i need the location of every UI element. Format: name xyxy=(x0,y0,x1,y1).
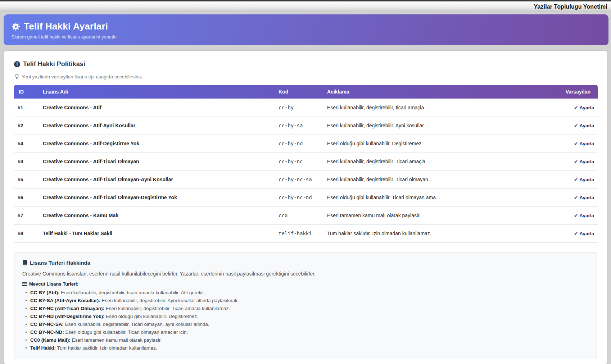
license-term: CC0 (Kamu Mali): xyxy=(30,337,71,343)
row-id: #3 xyxy=(14,153,39,170)
list-item: CC BY-NC-ND: Eseri oldugu gibi kullanabi… xyxy=(25,329,589,335)
row-id: #4 xyxy=(14,135,39,153)
gear-icon xyxy=(12,22,20,31)
top-navbar: Yazilar Toplulugu Yonetimi xyxy=(0,1,611,12)
row-name: Creative Commons - Atif-Ticari Olmayan-A… xyxy=(39,170,275,188)
set-default-label: Ayarla xyxy=(579,141,594,146)
license-table: ID Lisans Adi Kod Aciklama Varsayilan #1… xyxy=(14,85,598,243)
table-row: #3 Creative Commons - Atif-Ticari Olmaya… xyxy=(14,153,598,170)
row-code: telif-hakki xyxy=(275,224,323,242)
list-item: Telif Hakki: Tum haklar saklidir. Izin o… xyxy=(25,345,589,351)
info-icon: i xyxy=(14,61,20,67)
set-default-label: Ayarla xyxy=(579,159,594,164)
license-term: CC BY-NC-SA: xyxy=(30,322,64,327)
row-name: Creative Commons - Atif-Ticari Olmayan-D… xyxy=(39,188,275,206)
row-desc: Eseri olduğu gibi kullanabilir. Ticari o… xyxy=(323,188,544,206)
row-id: #5 xyxy=(14,170,39,188)
policy-heading-text: Telif Hakki Politikasi xyxy=(23,60,85,68)
set-default-button[interactable]: ✔Ayarla xyxy=(574,195,594,200)
policy-hint-text: Yeni yazilarin varsayilan lisans tipi as… xyxy=(22,74,143,79)
row-code: cc-by-nc xyxy=(275,153,323,170)
table-row: #6 Creative Commons - Atif-Ticari Olmaya… xyxy=(14,188,598,206)
row-desc: Tum haklar saklıdır. Izin olmadan kullan… xyxy=(323,224,544,242)
row-code: cc0 xyxy=(275,206,323,224)
row-desc: Eseri tamamen kamu malı olarak paylasir. xyxy=(323,206,544,224)
set-default-button[interactable]: ✔Ayarla xyxy=(574,177,594,182)
license-text: Tum haklar saklidir. Izin olmadan kullan… xyxy=(57,345,157,351)
site-brand[interactable]: Yazilar Toplulugu Yonetimi xyxy=(534,4,607,10)
set-default-label: Ayarla xyxy=(579,213,594,218)
list-item: CC BY-NC (Atif-Ticari Olmayan): Eseri ku… xyxy=(25,306,589,311)
check-icon: ✔ xyxy=(574,141,578,146)
check-icon: ✔ xyxy=(574,231,578,236)
row-desc: Eseri kullanabilir, degistirebilir. Tica… xyxy=(323,153,544,170)
list-item: CC BY-NC-SA: Eseri kullanabilir, degisti… xyxy=(25,322,589,327)
page-title: Telif Hakki Ayarlari xyxy=(24,21,108,32)
page-title-row: Telif Hakki Ayarlari xyxy=(12,21,600,32)
row-desc: Eseri kullanabilir, degistirebilir. Ayni… xyxy=(323,117,544,135)
license-term: CC BY-NC (Atif-Ticari Olmayan): xyxy=(30,306,104,311)
check-icon: ✔ xyxy=(574,213,578,218)
set-default-label: Ayarla xyxy=(579,123,594,128)
row-id: #1 xyxy=(14,99,39,117)
set-default-label: Ayarla xyxy=(579,105,594,110)
set-default-label: Ayarla xyxy=(579,195,594,200)
row-desc: Eseri kullanabilir, degistirebilir. Tica… xyxy=(323,170,544,188)
col-header-default: Varsayilan xyxy=(544,85,598,99)
license-types-info-box: Lisans Turleri Hakkinda Creative Commons… xyxy=(14,252,597,359)
set-default-button[interactable]: ✔Ayarla xyxy=(574,123,594,128)
table-row: #1 Creative Commons - Atif cc-by Eseri k… xyxy=(14,99,598,117)
list-item: CC BY (Atif): Eseri kullanabilir, degist… xyxy=(25,290,589,295)
set-default-button[interactable]: ✔Ayarla xyxy=(574,231,594,236)
check-icon: ✔ xyxy=(574,195,578,200)
table-row: #8 Telif Hakki - Tum Haklar Sakli telif-… xyxy=(14,224,598,242)
table-row: #7 Creative Commons - Kamu Malı cc0 Eser… xyxy=(14,206,598,224)
row-desc: Eseri olduğu gibi kullanabilir. Degistir… xyxy=(323,135,544,153)
row-name: Creative Commons - Atif-Ayni Kosullar xyxy=(39,117,275,135)
row-code: cc-by-sa xyxy=(275,117,323,135)
license-term: CC BY (Atif): xyxy=(30,290,60,295)
check-icon: ✔ xyxy=(574,123,578,128)
col-header-id: ID xyxy=(14,85,39,99)
row-name: Creative Commons - Atif xyxy=(39,99,275,117)
license-text: Eseri kullanabilir, degistirebilir, tica… xyxy=(61,290,205,295)
row-code: cc-by-nc-nd xyxy=(275,188,323,206)
list-item: CC0 (Kamu Mali): Eseri tamamen kamu mali… xyxy=(25,337,589,343)
row-id: #7 xyxy=(14,206,39,224)
list-item: CC BY-SA (Atif-Ayni Kosullar): Eseri kul… xyxy=(25,298,589,303)
policy-hint: Yeni yazilarin varsayilan lisans tipi as… xyxy=(14,74,597,79)
set-default-button[interactable]: ✔Ayarla xyxy=(574,141,594,146)
license-term: CC BY-NC-ND: xyxy=(30,329,64,335)
license-text: Eseri tamamen kamu mali olarak paylasir. xyxy=(72,337,162,343)
license-text: Eseri kullanabilir, degistirebilir. Tica… xyxy=(106,306,230,311)
license-term: CC BY-SA (Atif-Ayni Kosullar): xyxy=(30,298,100,303)
row-id: #6 xyxy=(14,188,39,206)
row-name: Creative Commons - Atif-Degistirme Yok xyxy=(39,135,275,153)
license-text: Eseri kullanabilir, degistirebilir. Tica… xyxy=(65,322,209,327)
set-default-button[interactable]: ✔Ayarla xyxy=(574,159,594,164)
set-default-label: Ayarla xyxy=(579,231,594,236)
row-name: Telif Hakki - Tum Haklar Sakli xyxy=(39,224,275,242)
about-heading-text: Lisans Turleri Hakkinda xyxy=(30,260,90,266)
list-item: CC BY-ND (Atif-Degistirme Yok): Eseri ol… xyxy=(25,314,589,319)
check-icon: ✔ xyxy=(574,177,578,182)
row-desc: Eseri kullanabilir, degistirebilir, tica… xyxy=(323,99,544,117)
set-default-button[interactable]: ✔Ayarla xyxy=(574,105,594,110)
page-header: Telif Hakki Ayarlari Sistem geneli telif… xyxy=(4,14,608,45)
row-name: Creative Commons - Atif-Ticari Olmayan xyxy=(39,153,275,170)
col-header-code: Kod xyxy=(275,85,323,99)
page-subtitle: Sistem geneli telif hakki ve lisans ayar… xyxy=(12,34,600,40)
about-list-heading: Mevcut Lisans Turleri: xyxy=(22,281,589,287)
col-header-name: Lisans Adi xyxy=(39,85,275,99)
set-default-button[interactable]: ✔Ayarla xyxy=(574,213,594,218)
row-code: cc-by-nc-sa xyxy=(275,170,323,188)
table-row: #5 Creative Commons - Atif-Ticari Olmaya… xyxy=(14,170,598,188)
row-name: Creative Commons - Kamu Malı xyxy=(39,206,275,224)
license-text: Eseri oldugu gibi kullanabilir. Ticari o… xyxy=(65,329,188,335)
license-term: CC BY-ND (Atif-Degistirme Yok): xyxy=(30,314,105,319)
lightbulb-icon xyxy=(14,74,19,79)
license-text: Eseri kullanabilir, degistirebilir. Ayni… xyxy=(102,298,239,303)
table-row: #2 Creative Commons - Atif-Ayni Kosullar… xyxy=(14,117,598,135)
check-icon: ✔ xyxy=(574,159,578,164)
book-icon xyxy=(22,260,27,265)
